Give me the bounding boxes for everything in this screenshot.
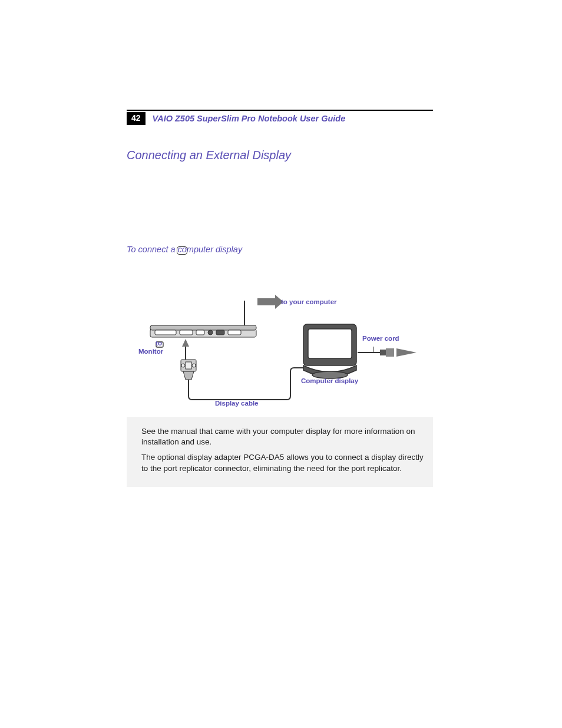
svg-rect-6	[216, 330, 224, 335]
note-paragraph-2: The optional display adapter PCGA-DA5 al…	[141, 452, 425, 473]
page-header: 42 VAIO Z505 SuperSlim Pro Notebook User…	[127, 112, 433, 125]
svg-rect-4	[196, 330, 204, 335]
monitor-icon	[177, 246, 187, 255]
svg-rect-2	[155, 330, 176, 335]
note-box: See the manual that came with your compu…	[127, 417, 433, 487]
svg-rect-12	[380, 350, 386, 355]
label-display-cable: Display cable	[215, 400, 259, 408]
svg-marker-8	[257, 295, 283, 309]
note-paragraph-1: See the manual that came with your compu…	[141, 426, 425, 447]
page-number: 42	[127, 112, 146, 125]
label-to-computer: to your computer	[281, 298, 337, 307]
section-subtitle: To connect a computer display	[127, 245, 433, 254]
svg-marker-15	[182, 339, 189, 347]
svg-rect-13	[386, 348, 394, 357]
guide-title: VAIO Z505 SuperSlim Pro Notebook User Gu…	[146, 112, 346, 125]
label-computer-display: Computer display	[301, 377, 358, 386]
svg-point-18	[192, 364, 196, 367]
connection-diagram: to your computer Power cord to Monitor C…	[127, 283, 433, 419]
label-power-cord: Power cord	[362, 335, 399, 343]
svg-marker-14	[396, 348, 416, 357]
svg-point-17	[181, 364, 185, 367]
header-rule	[127, 110, 433, 111]
svg-rect-1	[150, 325, 256, 330]
label-to-monitor: to Monitor	[138, 340, 162, 356]
svg-rect-7	[228, 330, 241, 335]
svg-point-5	[208, 330, 213, 335]
svg-rect-10	[308, 329, 352, 358]
svg-rect-3	[180, 330, 193, 335]
svg-rect-19	[186, 362, 191, 369]
section-title: Connecting an External Display	[127, 149, 433, 162]
